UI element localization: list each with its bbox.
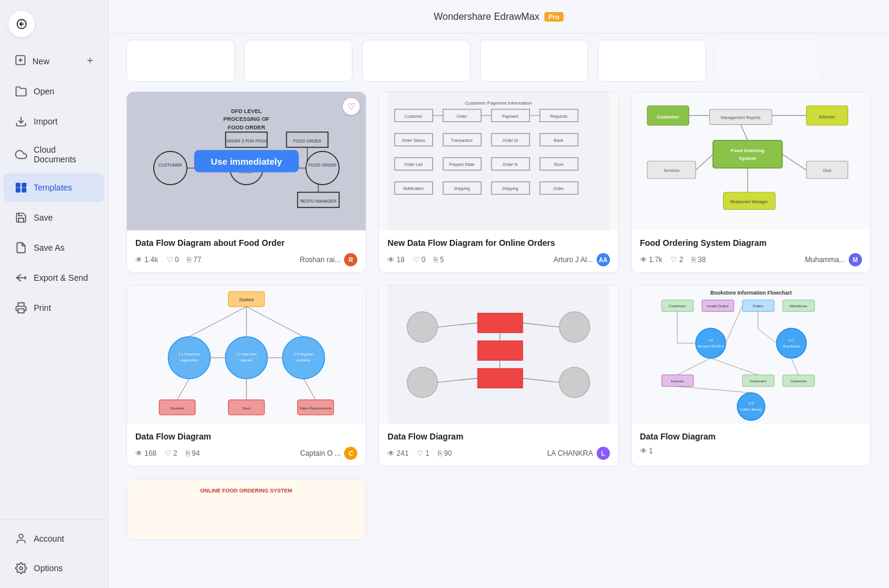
eye-icon: 👁 (135, 449, 143, 458)
svg-text:Customers: Customers (669, 305, 686, 308)
use-immediately-button[interactable]: Use immediately (194, 150, 298, 173)
card-title: New Data Flow Diagram for Online Orders (387, 237, 609, 248)
author-avatar: AA (597, 253, 610, 266)
sidebar-item-print[interactable]: Print (4, 293, 104, 322)
svg-text:Management Reports: Management Reports (721, 115, 761, 120)
svg-rect-126 (478, 341, 523, 360)
svg-text:FOOD ORDER: FOOD ORDER (309, 163, 337, 167)
author-name: Roshan rai... (300, 256, 340, 264)
views-count: 👁 241 (387, 449, 408, 458)
template-card-dfd-plain[interactable]: Data Flow Diagram 👁 241 ♡ 1 ⎘ 90 (378, 285, 618, 467)
sidebar-item-import[interactable]: Import (4, 107, 104, 136)
card-title: Data Flow Diagram about Food Order (135, 237, 357, 248)
card-title: Food Ordering System Diagram (640, 237, 862, 248)
eye-icon: 👁 (387, 449, 395, 458)
svg-text:Customer: Customer (657, 114, 680, 120)
svg-text:Order Id: Order Id (503, 138, 518, 142)
sidebar-item-export[interactable]: Export & Send (4, 263, 104, 292)
svg-rect-9 (22, 188, 26, 192)
svg-text:1.2 data item: 1.2 data item (236, 352, 257, 356)
template-card-dfd-student[interactable]: Student 1.1 Customer registration 1.2 da… (126, 285, 366, 467)
copies-count: ⎘ 5 (434, 256, 444, 264)
svg-text:Order hi: Order hi (503, 162, 518, 167)
account-icon (14, 532, 28, 545)
card-image-dfd-food: DFD LEVEL PROCESSING OF FOOD ORDER CUSTO… (127, 92, 366, 230)
sidebar-item-label: Save (34, 213, 53, 222)
template-card-bookstore[interactable]: Bookstore Information Flowchart Customer… (631, 285, 871, 467)
svg-text:Payment: Payment (502, 114, 518, 119)
top-partial-card-2 (244, 40, 352, 82)
svg-text:ORDER S FOR FOOD: ORDER S FOR FOOD (226, 139, 268, 143)
template-card-online-food[interactable]: ONLINE FOOD ORDERING SYSTEM (126, 479, 366, 540)
sidebar-item-new[interactable]: New + (4, 46, 104, 76)
svg-text:Sales Requirements: Sales Requirements (300, 406, 332, 410)
svg-rect-77 (713, 141, 782, 168)
likes-count: ♡ 2 (671, 256, 683, 264)
svg-rect-35 (388, 92, 609, 230)
author-avatar: R (344, 253, 357, 266)
back-button[interactable] (8, 11, 35, 37)
eye-icon: 👁 (135, 256, 143, 264)
svg-text:Ship Books: Ship Books (783, 345, 800, 348)
card-info-dfd-student: Data Flow Diagram 👁 168 ♡ 2 ⎘ 94 (127, 424, 366, 466)
svg-rect-125 (478, 313, 523, 332)
sidebar-bottom: Account Options (0, 519, 108, 583)
card-meta: 👁 1.7k ♡ 2 ⎘ 38 Muhamma... (640, 253, 862, 266)
app-name: Wondershare EdrawMax (434, 11, 540, 22)
sidebar-item-account[interactable]: Account (4, 524, 104, 553)
likes-count: ♡ 2 (165, 449, 177, 458)
svg-text:Warehouse: Warehouse (789, 305, 807, 308)
svg-point-147 (776, 328, 806, 358)
templates-grid-container: DFD LEVEL PROCESSING OF FOOD ORDER CUSTO… (108, 82, 889, 588)
card-image-dfd-student: Student 1.1 Customer registration 1.2 da… (127, 286, 366, 424)
card-meta: 👁 241 ♡ 1 ⎘ 90 LA CHANKRA (387, 447, 609, 460)
sidebar-item-label: Account (34, 534, 64, 544)
template-card-food-system[interactable]: Customer Kitchen Food Ordering System Se… (631, 91, 871, 273)
svg-rect-10 (18, 309, 24, 313)
import-icon (14, 115, 28, 128)
eye-icon: 👁 (640, 447, 647, 455)
svg-text:Requests: Requests (550, 114, 568, 119)
svg-text:Students: Students (170, 406, 185, 410)
eye-icon: 👁 (640, 256, 647, 264)
card-title: Data Flow Diagram (135, 431, 357, 442)
copies-count: ⎘ 90 (438, 449, 452, 458)
views-count: 👁 1 (640, 447, 653, 455)
card-meta: 👁 1 (640, 447, 862, 455)
template-card-dfd-food[interactable]: DFD LEVEL PROCESSING OF FOOD ORDER CUSTO… (126, 91, 366, 273)
views-count: 👁 1.7k (640, 256, 663, 264)
sidebar-item-cloud[interactable]: Cloud Documents (4, 137, 104, 172)
card-info-dfd-plain: Data Flow Diagram 👁 241 ♡ 1 ⎘ 90 (379, 424, 618, 466)
copy-icon: ⎘ (187, 256, 191, 264)
sidebar-item-open[interactable]: Open (4, 77, 104, 106)
svg-text:Collect Money: Collect Money (740, 408, 762, 411)
card-author: Captain O ... C (300, 447, 357, 460)
sidebar-item-label: Open (34, 87, 54, 96)
sidebar-item-save[interactable]: Save (4, 203, 104, 232)
views-count: 👁 1.4k (135, 256, 158, 264)
svg-text:Glub: Glub (823, 168, 832, 173)
svg-rect-6 (16, 183, 20, 188)
export-icon (14, 271, 28, 284)
svg-point-12 (20, 567, 23, 570)
print-icon (14, 301, 28, 314)
svg-text:1.1 Customer: 1.1 Customer (179, 352, 200, 356)
card-title: Data Flow Diagram (387, 431, 609, 442)
sidebar-item-templates[interactable]: Templates (4, 173, 104, 202)
card-image-online-food: ONLINE FOOD ORDERING SYSTEM (127, 479, 366, 539)
copy-icon: ⎘ (438, 449, 442, 458)
card-author: Arturo J Al... AA (553, 253, 609, 266)
svg-rect-7 (22, 183, 26, 188)
svg-text:1.B: 1.B (708, 338, 713, 342)
card-image-food-system: Customer Kitchen Food Ordering System Se… (632, 92, 870, 230)
author-avatar: C (344, 447, 357, 460)
author-name: Captain O ... (300, 449, 340, 458)
svg-text:1.3 Register: 1.3 Register (294, 352, 313, 356)
sidebar-item-label: Templates (34, 183, 72, 192)
cloud-icon (14, 148, 28, 161)
eye-icon: 👁 (387, 256, 395, 264)
card-author: Muhamma... M (805, 253, 862, 266)
sidebar-item-saveas[interactable]: Save As (4, 233, 104, 262)
sidebar-item-options[interactable]: Options (4, 554, 104, 583)
template-card-dfd-online[interactable]: Customer Payment Information Customer Or… (378, 91, 618, 273)
